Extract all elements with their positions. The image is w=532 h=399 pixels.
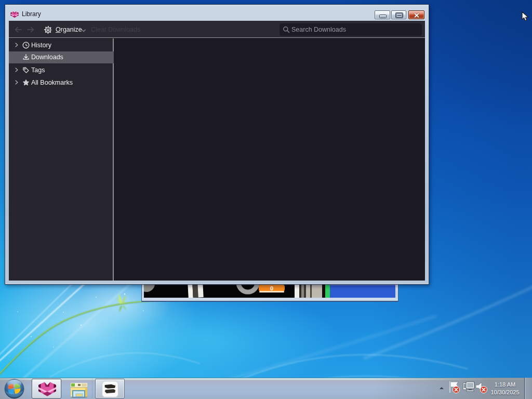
- svg-text:0: 0: [270, 285, 273, 291]
